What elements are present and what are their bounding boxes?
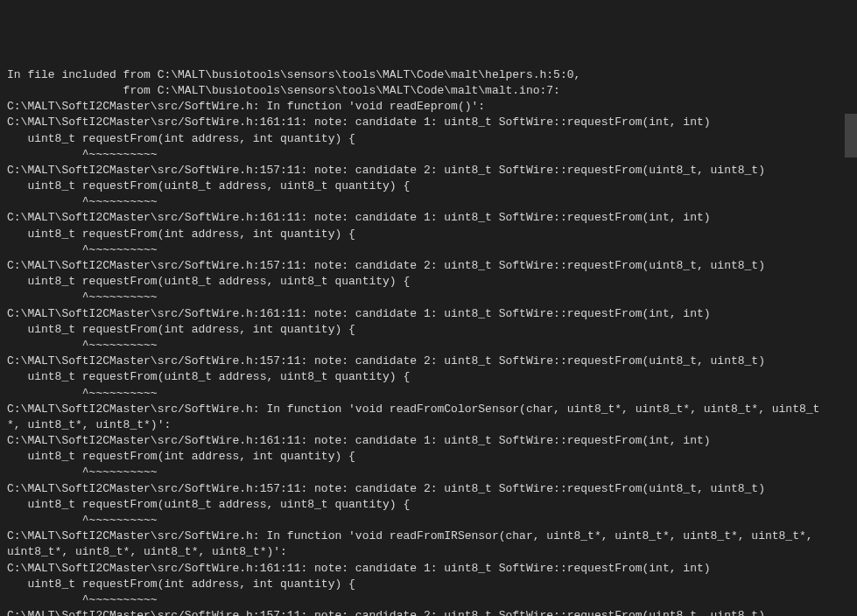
console-output: In file included from C:\MALT\busiotools… [7,67,850,616]
scrollbar-thumb[interactable] [845,114,857,158]
scrollbar-track[interactable] [845,0,857,616]
